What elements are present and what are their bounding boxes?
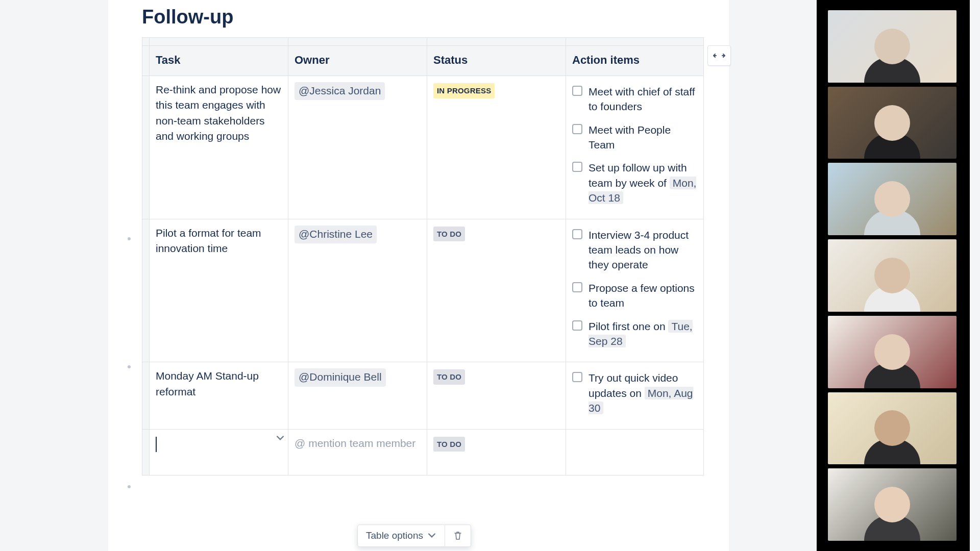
checkbox-icon[interactable]: [572, 124, 582, 134]
action-items-cell[interactable]: Try out quick video updates on Mon, Aug …: [566, 362, 704, 429]
checkbox-icon[interactable]: [572, 86, 582, 96]
owner-mention[interactable]: @Jessica Jordan: [295, 82, 385, 100]
owner-cell[interactable]: @ mention team member: [288, 429, 427, 475]
expand-table-button[interactable]: [707, 45, 731, 66]
task-input-cell[interactable]: [150, 429, 288, 475]
video-tile[interactable]: [828, 10, 957, 83]
owner-placeholder: @ mention team member: [295, 437, 415, 449]
list-item[interactable]: Meet with People Team: [572, 120, 697, 159]
list-item[interactable]: Pilot first one on Tue, Sep 28: [572, 317, 697, 355]
video-tile[interactable]: [828, 468, 957, 541]
action-items-cell[interactable]: Meet with chief of staff to founders Mee…: [566, 76, 704, 219]
table-row[interactable]: Pilot a format for team innovation time …: [142, 219, 704, 362]
list-item[interactable]: Set up follow up with team by week of Mo…: [572, 158, 697, 211]
text-cursor-icon: [156, 437, 157, 452]
chevron-down-icon[interactable]: [276, 434, 285, 443]
status-badge[interactable]: TO DO: [433, 437, 465, 452]
status-badge[interactable]: TO DO: [433, 369, 465, 385]
col-header-items[interactable]: Action items: [566, 46, 704, 76]
delete-table-button[interactable]: [445, 525, 471, 546]
bullet-icon: [128, 365, 131, 368]
list-item[interactable]: Meet with chief of staff to founders: [572, 82, 697, 120]
list-item[interactable]: Propose a few options to team: [572, 279, 697, 317]
table-row[interactable]: Monday AM Stand-up reformat @Dominique B…: [142, 362, 704, 429]
chevron-down-icon: [427, 531, 436, 540]
table-toolbar: Table options: [357, 524, 471, 547]
checkbox-icon[interactable]: [572, 320, 582, 331]
expand-horizontal-icon: [713, 52, 725, 60]
owner-cell[interactable]: @Dominique Bell: [288, 362, 427, 429]
owner-mention[interactable]: @Dominique Bell: [295, 368, 386, 386]
video-tile[interactable]: [828, 163, 957, 235]
table-options-button[interactable]: Table options: [358, 525, 445, 546]
checkbox-icon[interactable]: [572, 282, 582, 292]
bullet-icon: [128, 485, 131, 488]
bullet-icon: [128, 237, 131, 240]
video-tile[interactable]: [828, 87, 957, 159]
table-options-label: Table options: [366, 530, 423, 541]
checkbox-icon[interactable]: [572, 372, 582, 382]
status-cell[interactable]: TO DO: [427, 429, 566, 475]
video-tile[interactable]: [828, 316, 957, 388]
action-items-cell[interactable]: Interview 3-4 product team leads on how …: [566, 219, 704, 362]
col-header-owner[interactable]: Owner: [288, 46, 427, 76]
page-title: Follow-up: [142, 0, 723, 37]
video-tile[interactable]: [828, 392, 957, 465]
checkbox-icon[interactable]: [572, 229, 582, 239]
table-row-empty[interactable]: @ mention team member TO DO: [142, 429, 704, 475]
table-row[interactable]: Re-think and propose how this team engag…: [142, 76, 704, 219]
owner-mention[interactable]: @Christine Lee: [295, 226, 377, 243]
list-item[interactable]: Try out quick video updates on Mon, Aug …: [572, 368, 697, 421]
task-cell[interactable]: Monday AM Stand-up reformat: [150, 362, 288, 429]
status-cell[interactable]: IN PROGRESS: [427, 76, 566, 219]
task-cell[interactable]: Re-think and propose how this team engag…: [150, 76, 288, 219]
video-tile[interactable]: [828, 239, 957, 312]
document-panel: Follow-up Task Owner Status Action items: [108, 0, 729, 551]
action-text: Pilot first one on: [589, 320, 668, 332]
status-badge[interactable]: TO DO: [433, 227, 465, 242]
owner-cell[interactable]: @Christine Lee: [288, 219, 427, 362]
task-cell[interactable]: Pilot a format for team innovation time: [150, 219, 288, 362]
action-items-cell[interactable]: [566, 429, 704, 475]
status-cell[interactable]: TO DO: [427, 219, 566, 362]
list-item[interactable]: Interview 3-4 product team leads on how …: [572, 226, 697, 279]
owner-cell[interactable]: @Jessica Jordan: [288, 76, 427, 219]
status-cell[interactable]: TO DO: [427, 362, 566, 429]
col-header-status[interactable]: Status: [427, 46, 566, 76]
col-header-task[interactable]: Task: [150, 46, 288, 76]
followup-table: Task Owner Status Action items Re-think …: [142, 37, 704, 475]
status-badge[interactable]: IN PROGRESS: [433, 83, 495, 98]
checkbox-icon[interactable]: [572, 162, 582, 172]
trash-icon: [453, 531, 462, 540]
video-call-sidebar: [817, 0, 970, 551]
